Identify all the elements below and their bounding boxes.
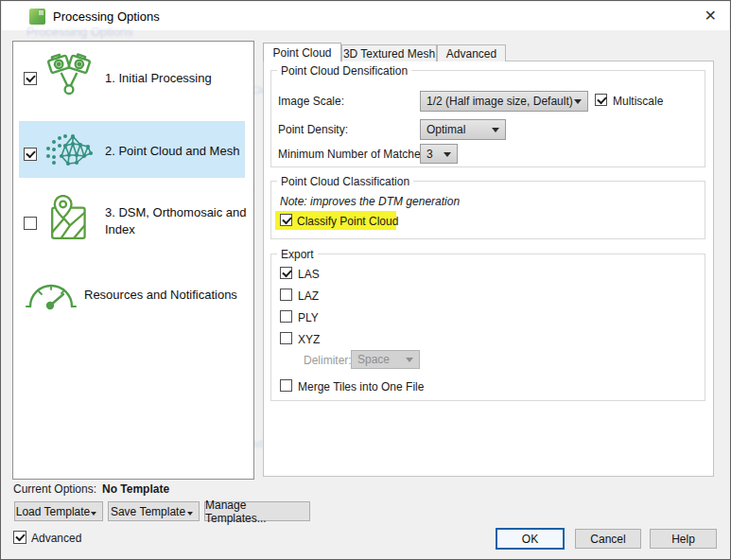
laz-checkbox[interactable]: [280, 289, 292, 301]
classify-point-cloud-label: Classify Point Cloud: [297, 215, 398, 228]
xyz-label: XYZ: [298, 333, 320, 346]
image-scale-label: Image Scale:: [278, 95, 344, 108]
load-template-label: Load Template: [16, 505, 91, 518]
current-options-label: Current Options:: [13, 482, 96, 496]
export-groupbox: [270, 254, 705, 401]
point-density-label: Point Density:: [278, 123, 348, 136]
tab-3d-textured-mesh[interactable]: 3D Textured Mesh: [341, 44, 437, 61]
sidebar-item-label: 3. DSM, Orthomosaic and Index: [105, 204, 254, 238]
chevron-down-icon: [91, 512, 96, 516]
processing-options-dialog: Processing Options ✕ Processing Options …: [0, 0, 731, 560]
sidebar-item-label: 1. Initial Processing: [105, 71, 212, 85]
point-density-value: Optimal: [426, 123, 465, 136]
ply-label: PLY: [298, 311, 319, 324]
tab-point-cloud[interactable]: Point Cloud: [263, 43, 341, 61]
point-density-dropdown[interactable]: Optimal: [420, 119, 506, 140]
sidebar-item-label: Resources and Notifications: [84, 288, 237, 302]
densification-group-title: Point Cloud Densification: [277, 64, 411, 78]
manage-templates-button[interactable]: Manage Templates...: [204, 501, 310, 521]
laz-label: LAZ: [298, 289, 319, 303]
ok-label: OK: [522, 533, 538, 546]
cameras-icon: [45, 51, 93, 98]
delimiter-value: Space: [357, 353, 390, 366]
merge-tiles-label: Merge Tiles into One File: [298, 380, 424, 394]
cancel-label: Cancel: [590, 533, 625, 546]
advanced-label: Advanced: [31, 532, 81, 545]
min-matches-label: Minimum Number of Matches:: [278, 148, 429, 161]
multiscale-checkbox[interactable]: [595, 94, 607, 106]
classification-groupbox: [270, 181, 705, 239]
classify-point-cloud-checkbox[interactable]: [280, 214, 292, 226]
window-title: Processing Options: [53, 9, 160, 24]
point-cloud-icon: [44, 131, 96, 170]
las-checkbox[interactable]: [280, 267, 292, 279]
save-template-button[interactable]: Save Template: [108, 501, 200, 521]
load-template-button[interactable]: Load Template: [14, 501, 103, 521]
point-cloud-mesh-checkbox[interactable]: [24, 148, 37, 161]
sidebar-item-label: 2. Point Cloud and Mesh: [105, 144, 239, 158]
classification-group-title: Point Cloud Classification: [277, 175, 413, 188]
merge-tiles-checkbox[interactable]: [280, 379, 292, 392]
min-matches-dropdown[interactable]: 3: [420, 144, 458, 164]
chevron-down-icon: [187, 512, 193, 516]
app-icon: [29, 9, 45, 25]
delimiter-label: Delimiter:: [304, 354, 352, 367]
chevron-down-icon: [492, 128, 499, 132]
multiscale-label: Multiscale: [613, 95, 663, 108]
chevron-down-icon: [406, 358, 413, 362]
las-label: LAS: [298, 268, 320, 281]
initial-processing-checkbox[interactable]: [24, 72, 37, 85]
advanced-checkbox[interactable]: [13, 531, 26, 544]
help-button[interactable]: Help: [650, 529, 717, 549]
tab-advanced[interactable]: Advanced: [437, 44, 506, 61]
delimiter-dropdown: Space: [351, 350, 420, 369]
chevron-down-icon: [444, 152, 451, 157]
ply-checkbox[interactable]: [280, 310, 292, 323]
map-icon: [49, 195, 93, 242]
chevron-down-icon: [574, 99, 582, 104]
title-bar: Processing Options ✕: [2, 2, 729, 30]
image-scale-dropdown[interactable]: 1/2 (Half image size, Default): [420, 91, 588, 112]
cancel-button[interactable]: Cancel: [575, 529, 641, 549]
gauge-icon: [25, 275, 78, 313]
xyz-checkbox[interactable]: [280, 332, 292, 344]
current-options-value: No Template: [102, 482, 169, 496]
dsm-orthomosaic-checkbox[interactable]: [24, 217, 37, 230]
min-matches-value: 3: [426, 148, 433, 161]
ok-button[interactable]: OK: [496, 528, 565, 550]
classification-note: Note: improves the DTM generation: [280, 195, 460, 208]
save-template-label: Save Template: [111, 505, 185, 518]
close-icon[interactable]: ✕: [705, 7, 717, 26]
tab-label: Point Cloud: [272, 46, 331, 60]
image-scale-value: 1/2 (Half image size, Default): [426, 95, 573, 108]
help-label: Help: [671, 533, 695, 546]
tab-label: 3D Textured Mesh: [343, 47, 435, 61]
export-group-title: Export: [277, 248, 318, 261]
tab-label: Advanced: [446, 47, 496, 61]
manage-templates-label: Manage Templates...: [205, 499, 309, 525]
